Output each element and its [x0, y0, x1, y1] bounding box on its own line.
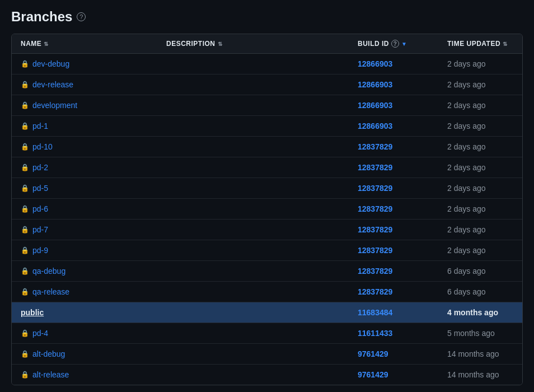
sort-icon-build-id: ▼: [401, 41, 407, 47]
branch-description-cell: [157, 199, 349, 220]
branch-description-cell: [157, 95, 349, 116]
build-id-link[interactable]: 12837829: [358, 142, 392, 151]
branch-name-link[interactable]: pd-6: [32, 204, 48, 213]
branch-description-cell: [157, 137, 349, 157]
branch-name-link[interactable]: alt-release: [32, 370, 69, 379]
branch-name-link[interactable]: development: [32, 101, 77, 110]
branch-name-link[interactable]: public: [21, 308, 44, 317]
branch-build-id-cell: 12837829: [349, 137, 438, 157]
table-row[interactable]: 🔒pd-2128378292 days ago: [12, 157, 522, 178]
build-id-link[interactable]: 12837829: [358, 163, 392, 172]
branch-name-cell: 🔒development: [12, 95, 157, 116]
branch-name-link[interactable]: pd-5: [32, 184, 48, 193]
branch-name-cell: 🔒dev-debug: [12, 54, 157, 74]
lock-icon: 🔒: [21, 164, 29, 171]
table-row[interactable]: 🔒pd-4116114335 months ago: [12, 323, 522, 344]
col-header-build-id[interactable]: BUILD ID ? ▼: [349, 34, 438, 54]
build-id-link[interactable]: 12837829: [358, 287, 392, 296]
branch-description-cell: [157, 365, 349, 385]
branch-name-cell: 🔒dev-release: [12, 74, 157, 95]
branch-time-cell: 6 days ago: [438, 261, 522, 282]
build-id-help-icon[interactable]: ?: [391, 40, 399, 48]
table-row[interactable]: 🔒dev-debug128669032 days ago: [12, 54, 522, 74]
lock-icon: 🔒: [21, 205, 29, 213]
build-id-link[interactable]: 12866903: [358, 59, 392, 68]
lock-icon: 🔒: [21, 143, 29, 151]
branch-description-cell: [157, 157, 349, 178]
page-header: Branches ?: [11, 9, 523, 25]
branch-build-id-cell: 12837829: [349, 220, 438, 240]
table-row[interactable]: 🔒pd-10128378292 days ago: [12, 137, 522, 157]
branch-name-link[interactable]: dev-release: [32, 80, 73, 89]
table-row[interactable]: 🔒qa-debug128378296 days ago: [12, 261, 522, 282]
branch-name-cell: 🔒pd-1: [12, 116, 157, 137]
branch-name-link[interactable]: pd-4: [32, 329, 48, 338]
branch-name-link[interactable]: qa-release: [32, 287, 69, 296]
table-row[interactable]: 🔒pd-7128378292 days ago: [12, 220, 522, 240]
build-id-link[interactable]: 11683484: [358, 308, 392, 317]
build-id-link[interactable]: 12837829: [358, 204, 392, 213]
build-id-link[interactable]: 12866903: [358, 101, 392, 110]
branch-build-id-cell: 12837829: [349, 178, 438, 199]
branch-name-link[interactable]: dev-debug: [32, 59, 69, 68]
branch-build-id-cell: 12837829: [349, 261, 438, 282]
branches-table-container: NAME ⇅ DESCRIPTION ⇅ BUILD ID ? ▼: [11, 34, 523, 385]
build-id-link[interactable]: 12866903: [358, 80, 392, 89]
col-header-name[interactable]: NAME ⇅: [12, 34, 157, 54]
branch-build-id-cell: 12837829: [349, 157, 438, 178]
lock-icon: 🔒: [21, 226, 29, 234]
branch-name-cell: 🔒qa-release: [12, 282, 157, 302]
build-id-link[interactable]: 12837829: [358, 267, 392, 276]
build-id-link[interactable]: 12866903: [358, 122, 392, 130]
table-row[interactable]: 🔒pd-9128378292 days ago: [12, 240, 522, 261]
table-row[interactable]: 🔒alt-release976142914 months ago: [12, 365, 522, 385]
branch-name-cell: 🔒pd-5: [12, 178, 157, 199]
branch-name-cell: 🔒pd-4: [12, 323, 157, 344]
build-id-link[interactable]: 9761429: [358, 370, 388, 379]
branch-time-cell: 2 days ago: [438, 74, 522, 95]
build-id-link[interactable]: 12837829: [358, 246, 392, 255]
branch-name-link[interactable]: qa-debug: [32, 267, 65, 276]
table-row[interactable]: 🔒pd-1128669032 days ago: [12, 116, 522, 137]
lock-icon: 🔒: [21, 246, 29, 254]
branch-build-id-cell: 12866903: [349, 116, 438, 137]
build-id-link[interactable]: 12837829: [358, 225, 392, 234]
branch-name-link[interactable]: alt-debug: [32, 349, 65, 358]
build-id-link[interactable]: 12837829: [358, 184, 392, 193]
branch-name-cell: 🔒alt-release: [12, 365, 157, 385]
table-row[interactable]: public116834844 months ago: [12, 302, 522, 323]
branch-name-cell: 🔒pd-2: [12, 157, 157, 178]
branch-name-link[interactable]: pd-9: [32, 246, 48, 255]
branch-name-cell: 🔒pd-7: [12, 220, 157, 240]
branch-build-id-cell: 11611433: [349, 323, 438, 344]
branch-description-cell: [157, 282, 349, 302]
branch-description-cell: [157, 261, 349, 282]
col-header-time-updated[interactable]: TIME UPDATED ⇅: [438, 34, 522, 54]
branch-name-cell: 🔒pd-10: [12, 137, 157, 157]
page-help-icon[interactable]: ?: [77, 12, 86, 21]
branch-build-id-cell: 9761429: [349, 344, 438, 365]
table-row[interactable]: 🔒dev-release128669032 days ago: [12, 74, 522, 95]
table-row[interactable]: 🔒alt-debug976142914 months ago: [12, 344, 522, 365]
col-header-description[interactable]: DESCRIPTION ⇅: [157, 34, 349, 54]
table-row[interactable]: 🔒qa-release128378296 days ago: [12, 282, 522, 302]
branch-name-cell: 🔒qa-debug: [12, 261, 157, 282]
build-id-link[interactable]: 9761429: [358, 349, 388, 358]
branch-time-cell: 2 days ago: [438, 220, 522, 240]
table-row[interactable]: 🔒development128669032 days ago: [12, 95, 522, 116]
branch-name-cell: 🔒pd-9: [12, 240, 157, 261]
branch-name-link[interactable]: pd-7: [32, 225, 48, 234]
lock-icon: 🔒: [21, 122, 29, 130]
build-id-link[interactable]: 11611433: [358, 329, 392, 338]
lock-icon: 🔒: [21, 288, 29, 296]
branch-time-cell: 2 days ago: [438, 199, 522, 220]
branch-name-link[interactable]: pd-10: [32, 142, 53, 151]
branch-time-cell: 2 days ago: [438, 95, 522, 116]
table-row[interactable]: 🔒pd-6128378292 days ago: [12, 199, 522, 220]
branch-name-link[interactable]: pd-2: [32, 163, 48, 172]
lock-icon: 🔒: [21, 329, 29, 337]
table-row[interactable]: 🔒pd-5128378292 days ago: [12, 178, 522, 199]
branch-name-link[interactable]: pd-1: [32, 122, 48, 130]
branch-time-cell: 14 months ago: [438, 365, 522, 385]
branch-time-cell: 2 days ago: [438, 116, 522, 137]
